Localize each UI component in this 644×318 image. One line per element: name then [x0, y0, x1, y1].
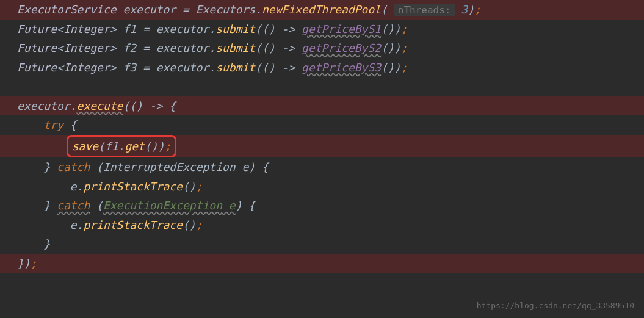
parameter-hint: nThreads:: [394, 4, 455, 16]
semicolon-token: ;: [401, 23, 408, 35]
code-line-1: ExecutorService executor = Executors.new…: [0, 0, 644, 20]
variable-token: e: [222, 199, 236, 212]
code-line-11: } catch (ExecutionException e) {: [0, 196, 644, 215]
semicolon-token: ;: [401, 42, 408, 54]
paren-close: ): [394, 42, 401, 54]
watermark-text: https://blog.csdn.net/qq_33589510: [477, 299, 634, 313]
brace-token: }: [43, 199, 57, 212]
type-token: ExecutionException: [103, 199, 222, 212]
indent: [17, 219, 70, 231]
generic-open: <: [57, 23, 63, 35]
parens-token: (): [145, 140, 158, 153]
dot-token: .: [118, 140, 125, 153]
object-token: executor: [156, 23, 209, 35]
parens-token: (): [381, 61, 394, 74]
method-token: get: [125, 140, 145, 153]
brace-token: }: [43, 161, 57, 173]
paren-close: ) {: [248, 161, 269, 173]
generic-close: >: [110, 23, 117, 35]
object-token: executor: [156, 42, 209, 54]
args-token: (() ->: [255, 42, 302, 54]
brace-token: {: [63, 118, 77, 131]
paren-open: (: [90, 199, 103, 212]
parens-token: (): [381, 42, 394, 54]
indent: [17, 180, 70, 193]
paren-open: (: [381, 3, 388, 16]
method-call-token: getPriceByS1: [302, 23, 381, 35]
generic-type: Integer: [63, 61, 110, 74]
method-token: newFixedThreadPool: [262, 3, 381, 16]
operator-token: =: [143, 61, 150, 74]
paren-close: ): [468, 3, 474, 16]
keyword-token: catch: [57, 161, 90, 173]
code-line-3: Future<Integer> f2 = executor.submit(() …: [0, 38, 644, 58]
object-token: executor: [156, 61, 209, 74]
method-token: execute: [77, 99, 123, 112]
code-editor[interactable]: ExecutorService executor = Executors.new…: [0, 0, 644, 273]
paren-close: ): [158, 140, 165, 153]
indent: [17, 161, 43, 173]
paren-close: ): [394, 23, 401, 35]
generic-close: >: [110, 61, 117, 74]
variable-token: e: [236, 161, 249, 173]
variable-token: f2: [123, 42, 136, 54]
paren-open: (: [90, 161, 103, 173]
code-line-12: e.printStackTrace();: [0, 215, 644, 235]
dot-token: .: [209, 23, 215, 35]
generic-open: <: [57, 42, 63, 54]
code-line-8: save(f1.get());: [0, 135, 644, 158]
code-line-6: executor.execute(() -> {: [0, 96, 644, 116]
paren-close: ): [394, 61, 401, 74]
variable-token: executor: [123, 3, 176, 16]
variable-token: f1: [123, 23, 136, 35]
code-line-13: }: [0, 234, 644, 254]
keyword-token: try: [43, 118, 63, 131]
code-line-9: } catch (InterruptedException e) {: [0, 157, 644, 177]
class-token: Executors: [196, 3, 256, 16]
generic-close: >: [110, 42, 117, 54]
dot-token: .: [209, 42, 215, 54]
method-call-token: getPriceByS2: [302, 42, 381, 54]
method-token: submit: [215, 23, 255, 35]
code-line-4: Future<Integer> f3 = executor.submit(() …: [0, 58, 644, 78]
dot-token: .: [209, 61, 215, 74]
object-token: e: [70, 180, 77, 193]
operator-token: =: [143, 42, 150, 54]
indent: [17, 140, 70, 153]
semicolon-token: ;: [401, 61, 408, 74]
parens-token: (): [183, 219, 196, 231]
type-token: Future: [17, 42, 57, 54]
method-token: submit: [215, 61, 255, 74]
parens-token: (): [381, 23, 394, 35]
code-line-2: Future<Integer> f1 = executor.submit(() …: [0, 20, 644, 39]
highlight-box: save(f1.get());: [67, 135, 177, 158]
indent: [17, 118, 43, 131]
method-call-token: save: [72, 140, 98, 153]
number-token: 3: [461, 3, 468, 16]
object-token: executor: [17, 99, 70, 112]
generic-type: Integer: [63, 42, 110, 54]
dot-token: .: [70, 99, 77, 112]
paren-open: (: [98, 140, 105, 153]
dot-token: .: [255, 3, 262, 16]
type-token: Future: [17, 61, 57, 74]
code-line-14: });: [0, 254, 644, 273]
operator-token: =: [143, 23, 150, 35]
object-token: e: [70, 219, 77, 231]
paren-close: ) {: [236, 199, 256, 212]
generic-type: Integer: [63, 23, 110, 35]
semicolon-token: ;: [196, 219, 203, 231]
semicolon-token: ;: [196, 180, 203, 193]
method-call-token: getPriceByS3: [302, 61, 381, 74]
dot-token: .: [77, 180, 84, 193]
method-token: submit: [215, 42, 255, 54]
generic-open: <: [57, 61, 63, 74]
semicolon-token: ;: [31, 257, 37, 270]
variable-token: f3: [123, 61, 136, 74]
code-line-blank: [0, 77, 644, 96]
dot-token: .: [77, 219, 84, 231]
type-token: Future: [17, 23, 57, 35]
parens-token: (): [183, 180, 196, 193]
args-token: (() ->: [255, 61, 302, 74]
type-token: ExecutorService: [17, 3, 117, 16]
